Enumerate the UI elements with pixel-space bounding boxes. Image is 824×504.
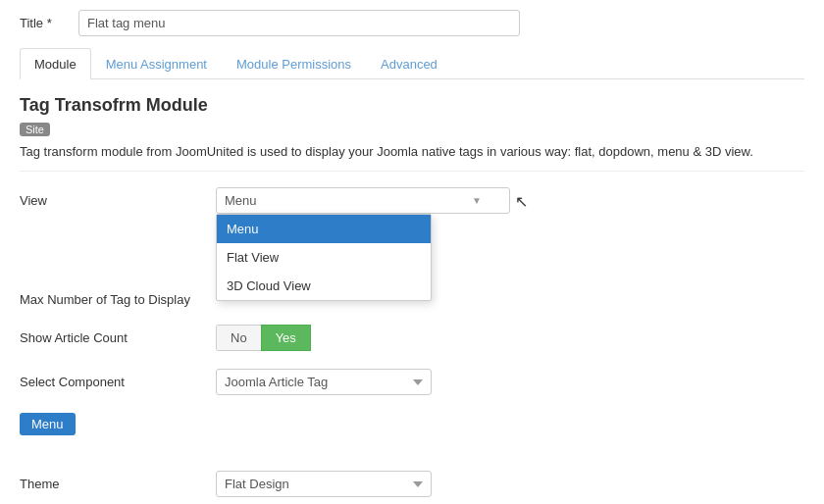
- module-title: Tag Transofrm Module: [20, 95, 804, 116]
- tab-menu-assignment[interactable]: Menu Assignment: [91, 48, 222, 79]
- tabs-nav: Module Menu Assignment Module Permission…: [20, 48, 804, 79]
- view-selected-value: Menu: [225, 193, 257, 208]
- toggle-no-button[interactable]: No: [216, 325, 261, 351]
- menu-badge-row: Menu: [20, 413, 804, 453]
- module-description: Tag transform module from JoomUnited is …: [20, 144, 804, 172]
- cursor-icon: ↖: [515, 191, 528, 210]
- tab-module[interactable]: Module: [20, 48, 91, 79]
- toggle-group: No Yes: [216, 325, 510, 351]
- tab-module-permissions[interactable]: Module Permissions: [222, 48, 366, 79]
- select-component-control: Joomla Article Tag: [216, 369, 510, 395]
- select-component-label: Select Component: [20, 375, 216, 389]
- toggle-yes-button[interactable]: Yes: [261, 325, 311, 351]
- view-label: View: [20, 193, 216, 208]
- show-article-row: Show Article Count No Yes: [20, 325, 804, 351]
- view-option-3d[interactable]: 3D Cloud View: [217, 272, 431, 300]
- dropdown-arrow-icon: ▼: [472, 195, 482, 206]
- title-label: Title *: [20, 16, 78, 30]
- tab-advanced[interactable]: Advanced: [366, 48, 452, 79]
- title-row: Title *: [20, 10, 804, 36]
- theme-row: Theme Flat Design: [20, 471, 804, 497]
- site-badge: Site: [20, 123, 50, 136]
- theme-dropdown[interactable]: Flat Design: [216, 471, 432, 497]
- theme-control: Flat Design: [216, 471, 510, 497]
- theme-label: Theme: [20, 477, 216, 491]
- view-row: View Menu ▼ ↖ Menu Flat View 3D Cloud Vi…: [20, 187, 804, 214]
- menu-badge: Menu: [20, 413, 76, 435]
- title-input[interactable]: [78, 10, 520, 36]
- select-component-dropdown[interactable]: Joomla Article Tag: [216, 369, 432, 395]
- view-dropdown-menu: Menu Flat View 3D Cloud View: [216, 214, 432, 301]
- show-article-control: No Yes: [216, 325, 510, 351]
- show-article-label: Show Article Count: [20, 330, 216, 345]
- view-option-flat[interactable]: Flat View: [217, 243, 431, 272]
- max-tags-label: Max Number of Tag to Display: [20, 292, 216, 307]
- select-component-row: Select Component Joomla Article Tag: [20, 369, 804, 395]
- view-option-menu[interactable]: Menu: [217, 215, 431, 243]
- view-dropdown-trigger[interactable]: Menu ▼: [216, 187, 510, 214]
- view-control: Menu ▼ ↖ Menu Flat View 3D Cloud View: [216, 187, 510, 214]
- module-content: Tag Transofrm Module Site Tag transform …: [20, 95, 804, 497]
